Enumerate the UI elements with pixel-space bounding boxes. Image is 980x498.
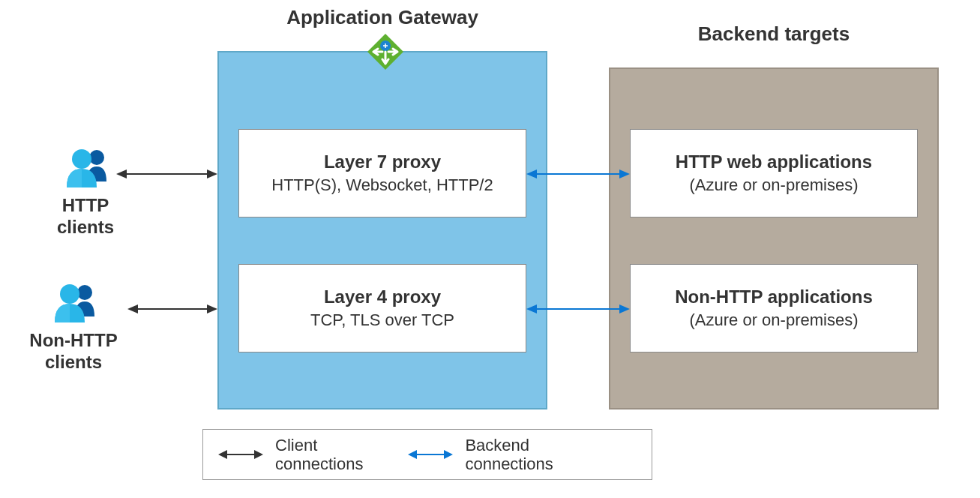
- http-apps-subtitle: (Azure or on-premises): [631, 176, 917, 195]
- svg-marker-17: [619, 304, 630, 314]
- svg-marker-16: [526, 304, 537, 314]
- legend-backend: Backend connections: [408, 436, 553, 474]
- http-apps-title: HTTP web applications: [631, 152, 917, 172]
- backend-title: Backend targets: [609, 22, 939, 46]
- http-applications-box: HTTP web applications (Azure or on-premi…: [630, 129, 918, 218]
- backend-container: [609, 68, 939, 410]
- double-arrow-black-icon: [218, 447, 263, 462]
- architecture-diagram: HTTP clients Non-HTTP clients Applicatio…: [0, 0, 980, 498]
- http-clients-label: HTTP clients: [33, 195, 138, 238]
- svg-marker-22: [408, 450, 417, 459]
- legend-backend-label: Backend connections: [465, 436, 553, 474]
- svg-point-2: [77, 285, 92, 300]
- gateway-icon: [367, 34, 403, 70]
- svg-marker-10: [127, 304, 138, 314]
- nonhttp-clients-label: Non-HTTP clients: [21, 330, 126, 374]
- nonhttp-apps-subtitle: (Azure or on-premises): [631, 310, 917, 330]
- svg-marker-19: [218, 450, 227, 459]
- svg-marker-11: [207, 304, 217, 314]
- legend-client-label: Client connections: [275, 436, 363, 474]
- gateway-container: [217, 51, 547, 410]
- client-arrow-http: [116, 166, 217, 182]
- layer4-proxy-box: Layer 4 proxy TCP, TLS over TCP: [238, 264, 526, 352]
- gateway-title: Application Gateway: [217, 6, 547, 29]
- client-arrow-nonhttp: [127, 302, 217, 316]
- svg-point-1: [72, 149, 91, 169]
- layer7-title: Layer 7 proxy: [239, 152, 526, 172]
- layer4-subtitle: TCP, TLS over TCP: [239, 310, 526, 330]
- backend-arrow-http: [526, 166, 630, 182]
- nonhttp-applications-box: Non-HTTP applications (Azure or on-premi…: [630, 264, 918, 352]
- svg-marker-14: [619, 170, 630, 178]
- nonhttp-clients-group: Non-HTTP clients: [21, 279, 126, 374]
- svg-marker-8: [207, 170, 217, 178]
- svg-point-3: [60, 284, 79, 304]
- svg-marker-20: [254, 450, 263, 459]
- backend-arrow-nonhttp: [526, 302, 630, 316]
- svg-marker-13: [526, 170, 537, 178]
- people-icon: [55, 144, 115, 189]
- svg-point-0: [89, 150, 104, 165]
- double-arrow-blue-icon: [408, 447, 453, 462]
- layer7-proxy-box: Layer 7 proxy HTTP(S), Websocket, HTTP/2: [238, 129, 526, 218]
- nonhttp-apps-title: Non-HTTP applications: [631, 286, 917, 308]
- people-icon: [43, 279, 103, 324]
- layer4-title: Layer 4 proxy: [239, 286, 526, 308]
- svg-marker-7: [116, 170, 127, 178]
- svg-marker-23: [444, 450, 453, 459]
- legend: Client connections Backend connections: [202, 429, 652, 480]
- legend-client: Client connections: [218, 436, 363, 474]
- http-clients-group: HTTP clients: [33, 144, 138, 238]
- layer7-subtitle: HTTP(S), Websocket, HTTP/2: [239, 176, 526, 195]
